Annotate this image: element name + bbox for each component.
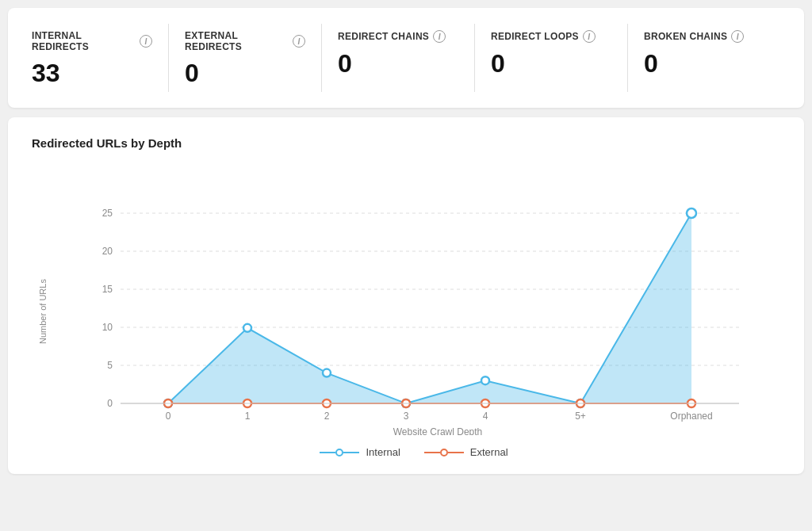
external-dash-right [448, 452, 464, 453]
legend-internal-label: Internal [366, 446, 400, 458]
svg-text:1: 1 [245, 411, 251, 422]
svg-point-19 [687, 208, 696, 218]
redirect-loops-metric: REDIRECT LOOPS i 0 [475, 24, 628, 92]
svg-text:5: 5 [107, 360, 113, 371]
redirect-loops-value: 0 [491, 51, 611, 76]
internal-redirects-value: 33 [32, 60, 152, 86]
svg-text:Website Crawl Depth: Website Crawl Depth [393, 426, 483, 435]
svg-text:0: 0 [107, 398, 113, 409]
y-axis-label: Number of URLs [32, 166, 48, 458]
redirect-chains-label: REDIRECT CHAINS i [338, 30, 458, 43]
redirect-chains-info-icon[interactable]: i [433, 30, 446, 43]
internal-redirects-label: INTERNAL REDIRECTS i [32, 30, 152, 52]
legend-external: External [424, 446, 508, 458]
chart-legend: Internal External [48, 446, 780, 458]
internal-redirects-info-icon[interactable]: i [140, 35, 152, 48]
svg-text:15: 15 [102, 284, 113, 295]
svg-text:2: 2 [324, 411, 330, 422]
svg-text:4: 4 [483, 411, 488, 422]
svg-point-17 [481, 376, 489, 384]
legend-internal: Internal [320, 446, 400, 458]
svg-text:25: 25 [102, 208, 113, 219]
svg-text:3: 3 [404, 411, 409, 422]
redirect-loops-label: REDIRECT LOOPS i [491, 30, 611, 43]
external-redirects-metric: EXTERNAL REDIRECTS i 0 [169, 24, 322, 92]
chart-inner: 0 5 10 15 20 25 [48, 166, 780, 458]
internal-dash-left [320, 452, 335, 453]
legend-internal-line [320, 449, 359, 457]
broken-chains-info-icon[interactable]: i [731, 30, 744, 43]
redirect-loops-info-icon[interactable]: i [583, 30, 596, 43]
external-redirects-label: EXTERNAL REDIRECTS i [185, 30, 305, 52]
broken-chains-label: BROKEN CHAINS i [644, 30, 764, 43]
chart-card: Redirected URLs by Depth Number of URLs [8, 117, 804, 474]
broken-chains-value: 0 [644, 51, 764, 76]
svg-text:5+: 5+ [575, 411, 586, 422]
svg-text:10: 10 [102, 322, 113, 333]
chart-container: Number of URLs 0 5 10 [32, 166, 780, 458]
external-redirects-value: 0 [185, 60, 305, 86]
chart-title: Redirected URLs by Depth [32, 136, 780, 150]
internal-dot [335, 449, 343, 457]
metrics-card: INTERNAL REDIRECTS i 33 EXTERNAL REDIREC… [8, 8, 804, 108]
external-redirects-info-icon[interactable]: i [293, 35, 305, 48]
internal-redirects-metric: INTERNAL REDIRECTS i 33 [32, 24, 169, 92]
svg-text:20: 20 [102, 246, 113, 257]
broken-chains-metric: BROKEN CHAINS i 0 [628, 24, 780, 92]
svg-text:Orphaned: Orphaned [670, 411, 712, 422]
legend-external-label: External [470, 446, 508, 458]
internal-dash-right [343, 452, 359, 453]
redirect-chains-metric: REDIRECT CHAINS i 0 [322, 24, 475, 92]
redirect-chains-value: 0 [338, 51, 458, 76]
chart-svg-wrapper: 0 5 10 15 20 25 [48, 166, 780, 438]
external-dash-left [424, 452, 440, 453]
svg-point-14 [243, 324, 251, 332]
svg-marker-12 [168, 213, 691, 403]
svg-point-15 [323, 369, 331, 377]
external-dot [440, 449, 448, 457]
legend-external-line [424, 449, 464, 457]
svg-text:0: 0 [166, 411, 171, 422]
